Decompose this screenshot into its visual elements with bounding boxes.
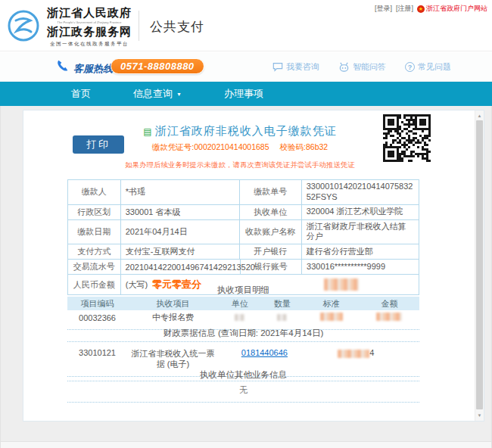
row-label: 缴款日期 <box>68 220 121 244</box>
ticket-link-cell: 0181440646 <box>219 345 310 357</box>
table-row: 支付方式 支付宝-互联网支付 开户银行 建行省分行营业部 <box>68 244 419 260</box>
row-value: 2021041422001496741429213520 <box>121 260 241 274</box>
voucher-panel: 打印 ▤浙江省政府非税收入电子缴款凭证 缴款凭证号:00020210414001… <box>23 110 484 422</box>
other-section-title: 执收单位其他业务信息 <box>67 369 419 381</box>
nav-info-query-label: 信息查询 <box>133 87 173 101</box>
nav-home-label: 首页 <box>71 87 91 101</box>
zhejiang-gov-logo-icon[interactable] <box>6 8 41 43</box>
redacted-quantity <box>261 313 304 322</box>
page-title: 公共支付 <box>150 18 204 36</box>
row-value: 浙江省财政厅非税收入结算分户 <box>302 220 419 244</box>
phone-icon <box>56 59 69 75</box>
col-header: 单位 <box>219 298 261 310</box>
payment-info-table: 缴款人 *书瑶 缴款单号 3300010142021041407583252FS… <box>67 179 419 295</box>
portal-link[interactable]: ★浙江省政府门户网站 <box>417 4 487 14</box>
header-links: [登录] [注册] ★浙江省政府门户网站 <box>375 4 487 14</box>
other-section-content: 无 <box>67 381 419 403</box>
chat-bubble-icon <box>272 62 283 72</box>
row-label: 缴款单号 <box>240 180 302 204</box>
chevron-down-icon: ▼ <box>176 92 182 97</box>
nav-handle-matters[interactable]: 办理事项 <box>213 82 274 106</box>
ticket-amount-cell: 4 <box>310 345 402 358</box>
smart-qa-link[interactable]: 智能问答 <box>338 61 386 73</box>
hotline-label: 客服热线 <box>73 62 113 76</box>
detail-table-header: 项目编码 执收项目 单位 数量 标准 金额 <box>67 297 419 310</box>
faq-link[interactable]: ? 常见问题 <box>405 61 451 73</box>
ticket-section-title: 财政票据信息 (查询日期: 2021年4月14日) <box>67 328 419 339</box>
row-value: 320004 浙江艺术职业学院 <box>302 205 419 219</box>
consult-link[interactable]: 我要咨询 <box>272 61 319 73</box>
check-code: 校验码:86b32 <box>280 142 329 151</box>
row-label: 开户银行 <box>240 244 302 259</box>
row-label: 收款账户名称 <box>240 220 302 244</box>
ticket-name: 浙江省非税收入统一票据 (电子) <box>127 345 219 370</box>
table-row: 缴款人 *书瑶 缴款单号 3300010142021041407583252FS… <box>68 180 419 205</box>
public-payment-page: 浙江省人民政府 The People's Government of Zheji… <box>0 0 492 448</box>
ticket-amount-tail: 4 <box>369 348 374 357</box>
voucher-no: 缴款凭证号:00020210414001685 <box>152 142 269 151</box>
row-value: *书瑶 <box>121 180 240 204</box>
ticket-number-link[interactable]: 0181440646 <box>241 348 288 357</box>
scroll-down-icon[interactable]: ▼ <box>475 411 484 420</box>
redacted-money <box>360 313 419 322</box>
nav-home[interactable]: 首页 <box>61 82 101 106</box>
robot-icon <box>338 62 350 73</box>
portal-link-label: 浙江省政府门户网站 <box>426 4 487 14</box>
smart-qa-label: 智能问答 <box>353 61 386 73</box>
question-icon: ? <box>405 62 415 72</box>
row-value: 支付宝-互联网支付 <box>121 244 240 259</box>
service-site-name: 浙江政务服务网 <box>44 25 135 39</box>
detail-item: 中专报名费 <box>127 312 219 323</box>
consult-label: 我要咨询 <box>286 61 319 73</box>
voucher-title: ▤浙江省政府非税收入电子缴款凭证 <box>99 124 381 138</box>
hotline-bar: 客服热线 0571-88808880 我要咨询 智能问答 ? 常见问题 <box>0 52 492 82</box>
gov-name-en: The People's Government of Zhejiang Prov… <box>48 20 130 24</box>
row-value: 330001 省本级 <box>121 205 240 219</box>
faq-label: 常见问题 <box>418 61 451 73</box>
qr-code <box>383 114 431 162</box>
table-row: 缴款日期 2021年04月14日 收款账户名称 浙江省财政厅非税收入结算分户 <box>68 220 419 245</box>
hotline-links: 我要咨询 智能问答 ? 常见问题 <box>272 61 451 73</box>
table-row: 行政区划 330001 省本级 执收单位 320004 浙江艺术职业学院 <box>68 205 419 220</box>
scrollbar-thumb[interactable] <box>476 120 483 409</box>
col-header: 数量 <box>261 298 304 310</box>
row-value: 330016**********9999 <box>302 260 419 274</box>
nav-info-query[interactable]: 信息查询▼ <box>123 82 192 106</box>
col-header: 执收项目 <box>127 298 219 310</box>
voucher-number-line: 缴款凭证号:00020210414001685校验码:86b32 <box>99 142 381 153</box>
detail-section-title: 执收项目明细 <box>67 285 419 296</box>
row-label: 支付方式 <box>68 244 121 259</box>
site-logo-text: 浙江省人民政府 The People's Government of Zheji… <box>44 6 135 48</box>
header-divider <box>139 11 139 41</box>
voucher-warning: 如果办理后续业务时提示未缴款，请再次查询该凭证并尝试手动推送凭证 <box>99 160 381 170</box>
row-label: 交易流水号 <box>68 260 121 274</box>
row-value: 2021年04月14日 <box>121 220 240 244</box>
nav-handle-matters-label: 办理事项 <box>224 87 263 101</box>
register-link[interactable]: [注册] <box>396 4 413 14</box>
col-header: 标准 <box>304 298 360 310</box>
ticket-code: 33010121 <box>67 345 127 357</box>
col-header: 金额 <box>360 298 419 310</box>
login-link[interactable]: [登录] <box>375 4 392 14</box>
redacted-standard <box>304 313 360 322</box>
voucher-title-block: ▤浙江省政府非税收入电子缴款凭证 缴款凭证号:00020210414001685… <box>99 124 381 170</box>
row-value: 建行省分行营业部 <box>302 244 419 259</box>
platform-subtitle: 全国一体化在线政务服务平台 <box>44 41 135 48</box>
receipt-doc-icon: ▤ <box>143 126 152 137</box>
col-header: 项目编码 <box>67 298 127 310</box>
detail-code: 00032366 <box>67 313 127 322</box>
voucher-title-text: 浙江省政府非税收入电子缴款凭证 <box>155 124 337 137</box>
hotline-number-badge[interactable]: 0571-88808880 <box>111 58 204 74</box>
row-label: 银行账号 <box>241 260 302 274</box>
national-emblem-icon: ★ <box>417 5 425 13</box>
scroll-up-icon[interactable]: ▲ <box>475 111 484 120</box>
main-nav: 首页 信息查询▼ 办理事项 <box>0 82 492 106</box>
panel-scrollbar[interactable]: ▲ ▼ <box>475 110 484 421</box>
row-label: 缴款人 <box>68 180 121 204</box>
table-row: 交易流水号 2021041422001496741429213520 银行账号 … <box>68 260 419 275</box>
row-label: 执收单位 <box>240 205 302 219</box>
gov-name-cn: 浙江省人民政府 <box>44 6 135 20</box>
footer-strip <box>1 441 491 448</box>
row-value: 3300010142021041407583252FSYS <box>302 180 419 204</box>
site-header: 浙江省人民政府 The People's Government of Zheji… <box>0 0 492 51</box>
